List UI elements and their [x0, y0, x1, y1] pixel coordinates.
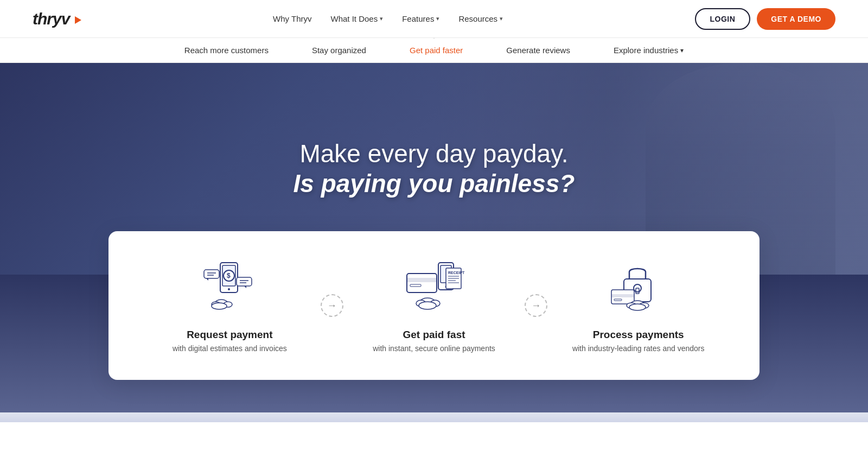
process-payments-icon: [606, 258, 671, 318]
logo[interactable]: thryv: [33, 10, 81, 28]
svg-point-2: [228, 288, 230, 290]
request-payment-icon: $: [197, 258, 262, 318]
card-request-payment-desc: with digital estimates and invoices: [173, 344, 287, 353]
svg-point-42: [629, 304, 646, 310]
card-get-paid-fast-desc: with instant, secure online payments: [373, 344, 495, 353]
arrow-2: →: [522, 294, 550, 317]
subnav-explore-industries[interactable]: Explore industries ▾: [614, 46, 684, 55]
bottom-bar: [0, 412, 868, 422]
explore-chevron: ▾: [680, 47, 684, 54]
hero-content: Make every day payday. Is paying you pai…: [293, 139, 575, 199]
cards-container: $ Request payment: [108, 231, 760, 380]
card-get-paid-fast: RECEIPT Get paid fast with instant, secu…: [346, 258, 523, 353]
features-chevron: ▾: [436, 15, 439, 22]
logo-text: thryv: [33, 10, 81, 28]
what-it-does-chevron: ▾: [380, 15, 383, 22]
svg-rect-37: [611, 294, 634, 297]
login-button[interactable]: LOGIN: [695, 8, 751, 30]
nav-features[interactable]: Features ▾: [402, 14, 439, 23]
subnav-get-paid[interactable]: Get paid faster: [410, 46, 463, 55]
svg-point-32: [419, 302, 436, 309]
svg-marker-8: [206, 278, 208, 281]
resources-chevron: ▾: [500, 15, 503, 22]
get-demo-button[interactable]: GET A DEMO: [757, 8, 835, 30]
main-navbar: thryv Why Thryv What It Does ▾ Features …: [0, 0, 868, 38]
arrow-circle-2: →: [525, 294, 547, 317]
svg-rect-9: [237, 277, 252, 286]
card-process-payments: Process payments with industry-leading r…: [550, 258, 727, 353]
nav-resources[interactable]: Resources ▾: [458, 14, 503, 23]
subnav-stay-organized[interactable]: Stay organized: [312, 46, 366, 55]
get-paid-fast-icon: RECEIPT: [401, 258, 467, 318]
subnav-reach-customers[interactable]: Reach more customers: [184, 46, 269, 55]
svg-rect-5: [204, 270, 219, 278]
nav-buttons: LOGIN GET A DEMO: [695, 8, 835, 30]
arrow-1: →: [318, 294, 346, 317]
svg-text:$: $: [227, 272, 231, 279]
svg-point-16: [212, 303, 227, 309]
card-process-payments-desc: with industry-leading rates and vendors: [572, 344, 705, 353]
card-request-payment: $ Request payment: [141, 258, 318, 353]
card-process-payments-title: Process payments: [593, 329, 684, 341]
hero-title: Make every day payday.: [293, 139, 575, 169]
subnav-generate-reviews[interactable]: Generate reviews: [506, 46, 570, 55]
nav-links: Why Thryv What It Does ▾ Features ▾ Reso…: [273, 14, 503, 23]
cards-section: $ Request payment: [0, 275, 868, 412]
svg-text:RECEIPT: RECEIPT: [448, 271, 465, 275]
nav-why-thryv[interactable]: Why Thryv: [273, 14, 311, 23]
sub-navbar: Reach more customers Stay organized Get …: [0, 38, 868, 63]
svg-marker-12: [244, 286, 246, 288]
hero-subtitle: Is paying you painless?: [293, 169, 575, 199]
svg-rect-18: [407, 278, 437, 282]
nav-what-it-does[interactable]: What It Does ▾: [331, 14, 384, 23]
card-request-payment-title: Request payment: [187, 329, 272, 341]
card-get-paid-fast-title: Get paid fast: [403, 329, 465, 341]
svg-rect-17: [407, 274, 437, 293]
arrow-circle-1: →: [321, 294, 343, 317]
